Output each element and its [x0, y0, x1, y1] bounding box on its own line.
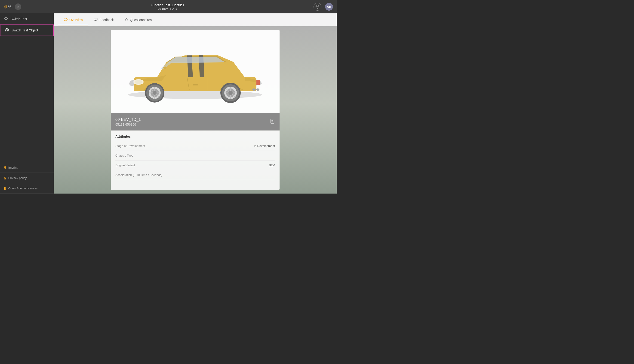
svg-point-21	[135, 80, 142, 84]
privacy-label: Privacy policy	[8, 176, 27, 180]
imprint-label: Imprint	[8, 166, 18, 169]
car-icon	[5, 28, 9, 32]
tab-feedback-label: Feedback	[99, 18, 114, 22]
sidebar-item-switch-test[interactable]: Switch Test	[0, 14, 54, 24]
svg-rect-0	[4, 6, 5, 8]
svg-point-32	[228, 91, 233, 95]
document-icon[interactable]	[270, 119, 275, 125]
attribute-row-engine: Engine Variant BEV	[115, 160, 275, 170]
tab-bar: Overview Feedback Questionnaires	[54, 14, 337, 26]
attribute-row-acceleration: Acceleration (0-100kmh / Seconds)	[115, 170, 275, 180]
svg-rect-1	[5, 5, 5, 8]
questionnaires-tab-icon	[125, 18, 128, 22]
attributes-title: Attributes	[115, 135, 275, 138]
vehicle-info-text: 09-BEV_TD_1 65131 656956	[115, 117, 141, 126]
tab-overview[interactable]: Overview	[58, 14, 88, 26]
attribute-value-stage: In Development	[254, 144, 275, 148]
svg-point-27	[153, 91, 157, 95]
top-bar-right: AB	[313, 3, 333, 10]
user-avatar[interactable]: AB	[325, 3, 333, 10]
sidebar: Switch Test Switch Test Object § Imprint	[0, 14, 54, 194]
sidebar-nav: Switch Test Switch Test Object	[0, 14, 54, 162]
section-icon-imprint: §	[4, 166, 6, 169]
attribute-label-chassis: Chassis Type	[115, 154, 133, 157]
svg-rect-14	[94, 18, 97, 20]
svg-marker-15	[125, 18, 128, 20]
feedback-tab-icon	[94, 18, 98, 22]
language-button[interactable]	[313, 3, 322, 10]
section-icon-opensource: §	[4, 186, 6, 190]
section-icon-privacy: §	[4, 176, 6, 180]
app-subtitle: 09-BEV_TD_1	[151, 7, 184, 10]
svg-marker-7	[5, 17, 8, 20]
overview-tab-icon	[64, 18, 68, 22]
svg-rect-22	[256, 80, 260, 85]
opensource-label: Open Source licenses	[8, 186, 38, 190]
sidebar-footer: § Imprint § Privacy policy § Open Source…	[0, 162, 54, 194]
main-layout: Switch Test Switch Test Object § Imprint	[0, 14, 337, 194]
sidebar-item-switch-test-object[interactable]: Switch Test Object	[0, 24, 54, 36]
svg-rect-47	[193, 84, 198, 86]
vehicle-number: 65131 656956	[115, 123, 141, 126]
sidebar-item-switch-test-label: Switch Test	[11, 17, 27, 21]
car-illustration	[120, 35, 270, 108]
tab-questionnaires-label: Questionnaires	[130, 18, 152, 22]
vehicle-info-bar: 09-BEV_TD_1 65131 656956	[111, 113, 279, 130]
sidebar-footer-privacy[interactable]: § Privacy policy	[0, 173, 54, 183]
vehicle-id: 09-BEV_TD_1	[115, 117, 141, 122]
top-bar-left: ×	[4, 4, 21, 10]
attribute-row-stage: Stage of Development In Development	[115, 141, 275, 151]
svg-rect-2	[6, 4, 6, 9]
attribute-value-engine: BEV	[269, 164, 275, 167]
svg-rect-3	[7, 5, 7, 8]
sidebar-item-switch-test-object-label: Switch Test Object	[12, 28, 38, 32]
attribute-label-stage: Stage of Development	[115, 144, 145, 148]
main-panel: 09-BEV_TD_1 65131 656956 Attrib	[54, 26, 337, 194]
attributes-section: Attributes Stage of Development In Devel…	[111, 130, 279, 182]
panel-card: 09-BEV_TD_1 65131 656956 Attrib	[111, 30, 279, 190]
top-bar-center: Function Test_Electrics 09-BEV_TD_1	[151, 3, 184, 10]
attribute-label-engine: Engine Variant	[115, 164, 135, 167]
attribute-label-acceleration: Acceleration (0-100kmh / Seconds)	[115, 173, 162, 177]
app-title: Function Test_Electrics	[151, 3, 184, 7]
car-image-container	[111, 30, 279, 113]
content-area: Overview Feedback Questionnaires	[54, 14, 337, 194]
svg-point-45	[252, 88, 256, 91]
top-bar: × Function Test_Electrics 09-BEV_TD_1 AB	[0, 0, 337, 14]
sidebar-footer-opensource[interactable]: § Open Source licenses	[0, 183, 54, 194]
app-logo	[4, 4, 12, 10]
close-button[interactable]: ×	[15, 4, 21, 10]
attribute-row-chassis: Chassis Type	[115, 151, 275, 160]
sidebar-footer-imprint[interactable]: § Imprint	[0, 162, 54, 173]
tab-questionnaires[interactable]: Questionnaires	[119, 14, 157, 26]
svg-point-46	[256, 88, 259, 91]
tab-overview-label: Overview	[69, 18, 83, 22]
tab-feedback[interactable]: Feedback	[88, 14, 119, 26]
diamond-icon	[4, 17, 8, 21]
